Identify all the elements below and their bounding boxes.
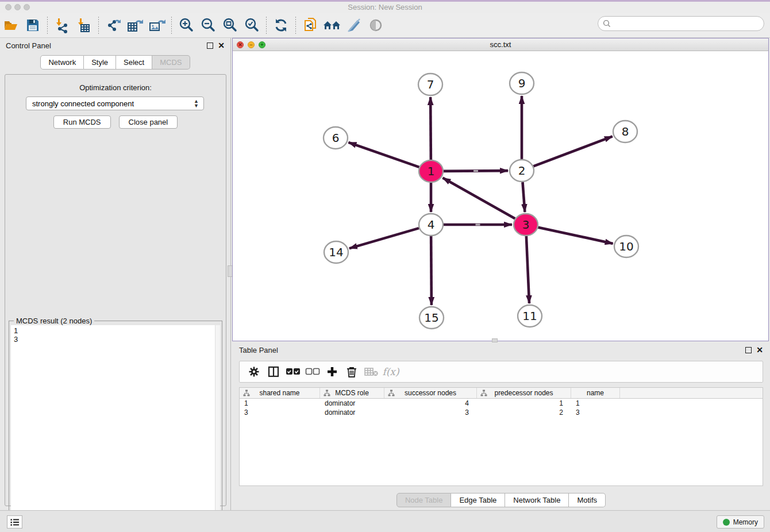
delete-table-icon[interactable]: [361, 363, 381, 380]
graph-node-label-8: 8: [622, 125, 629, 138]
tab-select[interactable]: Select: [116, 55, 152, 70]
table-cell[interactable]: 3: [571, 408, 620, 417]
control-panel-close-icon[interactable]: ✕: [218, 43, 225, 49]
node-table-body: 1dominator4113dominator323: [240, 399, 763, 417]
gear-icon[interactable]: [244, 363, 264, 380]
annotation-icon[interactable]: [344, 15, 364, 36]
network-window-title: scc.txt: [233, 40, 768, 49]
search-icon: [603, 20, 611, 28]
zoom-fit-icon[interactable]: [220, 15, 240, 36]
zoom-in-icon[interactable]: [176, 15, 197, 36]
table-cell[interactable]: 1: [571, 399, 620, 408]
column-type-icon: [324, 390, 330, 396]
deselect-checkboxes-icon[interactable]: [303, 363, 322, 380]
table-row[interactable]: 3dominator323: [240, 408, 763, 417]
table-panel-close-icon[interactable]: ✕: [756, 347, 763, 353]
function-builder-icon[interactable]: f(x): [381, 363, 401, 380]
mcds-result-text[interactable]: 1 3: [11, 325, 215, 532]
search-input[interactable]: [613, 20, 764, 28]
column-header-name[interactable]: name: [571, 388, 620, 398]
open-session-icon[interactable]: [1, 15, 21, 36]
horizontal-splitter-handle[interactable]: [492, 338, 498, 342]
node-table-header: shared nameMCDS rolesuccessor nodesprede…: [240, 388, 763, 399]
clone-network-icon[interactable]: [300, 15, 321, 36]
memory-button[interactable]: Memory: [717, 515, 764, 529]
column-header-label: name: [587, 389, 604, 397]
column-header-shared-name[interactable]: shared name: [240, 388, 320, 398]
table-cell[interactable]: 2: [477, 408, 571, 417]
tab-network-table[interactable]: Network Table: [505, 493, 569, 507]
column-header-predecessor-nodes[interactable]: predecessor nodes: [477, 388, 571, 398]
export-network-icon[interactable]: [103, 15, 124, 36]
column-header-MCDS-role[interactable]: MCDS role: [320, 388, 384, 398]
window-title: Session: New Session: [0, 3, 770, 11]
edge-handle[interactable]: [476, 224, 480, 226]
toolbar-separator: [98, 17, 99, 34]
list-icon: [10, 518, 20, 526]
close-panel-button[interactable]: Close panel: [119, 115, 178, 129]
eye-icon[interactable]: [365, 15, 386, 36]
import-table-icon[interactable]: [74, 15, 94, 36]
tab-mcds[interactable]: MCDS: [152, 55, 190, 70]
column-type-icon: [388, 390, 395, 396]
table-cell[interactable]: dominator: [320, 408, 384, 417]
edge-3-11[interactable]: [526, 236, 529, 303]
export-table-icon[interactable]: [125, 15, 145, 36]
main-toolbar: [0, 13, 770, 38]
table-cell[interactable]: 3: [240, 408, 320, 417]
control-panel-float-icon[interactable]: [207, 43, 213, 49]
mcds-result-scrollbar[interactable]: [215, 325, 220, 532]
graph-node-label-11: 11: [522, 309, 537, 323]
edge-4-15[interactable]: [431, 236, 432, 305]
graph-node-label-10: 10: [619, 240, 633, 253]
edge-4-14[interactable]: [349, 228, 419, 248]
node-table: shared nameMCDS rolesuccessor nodesprede…: [239, 387, 763, 486]
tab-network[interactable]: Network: [40, 55, 84, 70]
edge-3-1[interactable]: [442, 178, 515, 219]
edge-1-6[interactable]: [348, 142, 419, 167]
edge-2-8[interactable]: [533, 136, 613, 166]
table-cell[interactable]: dominator: [320, 399, 384, 408]
save-session-icon[interactable]: [22, 15, 43, 36]
select-stepper-icon: ▲▼: [194, 99, 199, 108]
mcds-result-group: MCDS result (2 nodes) 1 3: [9, 321, 222, 532]
edge-3-10[interactable]: [538, 228, 613, 244]
control-panel-title: Control Panel: [6, 41, 51, 50]
tab-motifs[interactable]: Motifs: [569, 493, 606, 507]
table-cell[interactable]: 3: [384, 408, 477, 417]
edge-handle[interactable]: [473, 170, 478, 172]
import-network-icon[interactable]: [52, 15, 72, 36]
search-field[interactable]: [598, 16, 764, 31]
titlebar: Session: New Session: [0, 2, 770, 13]
zoom-selected-icon[interactable]: [241, 15, 262, 36]
network-graph[interactable]: 7968124314101511: [233, 51, 768, 341]
column-header-label: shared name: [259, 389, 299, 397]
tab-edge-table[interactable]: Edge Table: [451, 493, 505, 507]
column-header-successor-nodes[interactable]: successor nodes: [384, 388, 477, 398]
split-columns-icon[interactable]: [264, 363, 283, 380]
column-header-label: successor nodes: [405, 389, 456, 397]
table-cell[interactable]: 4: [384, 399, 477, 408]
table-row[interactable]: 1dominator411: [240, 399, 763, 408]
task-history-button[interactable]: [7, 515, 22, 529]
table-panel-float-icon[interactable]: [745, 347, 752, 353]
first-neighbors-icon[interactable]: [322, 15, 342, 36]
delete-column-icon[interactable]: [342, 363, 361, 380]
control-panel-tabs: NetworkStyleSelectMCDS: [0, 55, 230, 70]
select-all-checkboxes-icon[interactable]: [283, 363, 303, 380]
graph-node-label-14: 14: [329, 245, 343, 259]
export-image-icon[interactable]: [147, 15, 167, 36]
edge-1-7[interactable]: [430, 97, 431, 160]
network-window-titlebar[interactable]: ✕ − + scc.txt: [233, 38, 768, 51]
criterion-select[interactable]: strongly connected component ▲▼: [26, 97, 204, 110]
add-column-icon[interactable]: [322, 363, 342, 380]
tab-node-table[interactable]: Node Table: [396, 493, 452, 507]
table-cell[interactable]: 1: [477, 399, 571, 408]
toolbar-separator: [295, 17, 296, 34]
edge-2-3[interactable]: [522, 182, 525, 212]
table-cell[interactable]: 1: [240, 399, 320, 408]
tab-style[interactable]: Style: [84, 55, 116, 70]
refresh-icon[interactable]: [271, 15, 291, 36]
run-mcds-button[interactable]: Run MCDS: [53, 115, 111, 129]
zoom-out-icon[interactable]: [198, 15, 218, 36]
